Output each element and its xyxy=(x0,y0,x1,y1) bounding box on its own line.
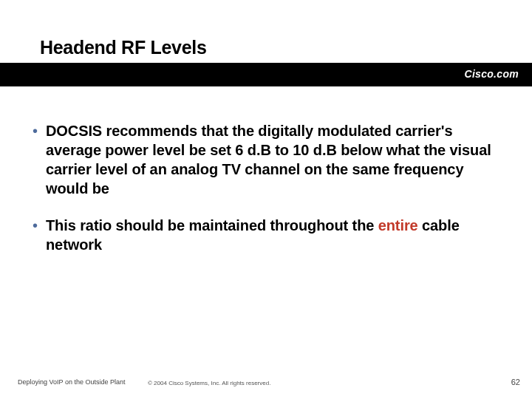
bullet-text: DOCSIS recommends that the digitally mod… xyxy=(46,121,495,198)
page-number: 62 xyxy=(511,378,520,386)
title-area: Headend RF Levels xyxy=(40,37,207,58)
footer-left: Deploying VoIP on the Outside Plant xyxy=(18,378,129,386)
bullet-item: • This ratio should be maintained throug… xyxy=(33,216,495,254)
header-stripe xyxy=(0,63,532,86)
footer: Deploying VoIP on the Outside Plant © 20… xyxy=(0,366,532,388)
slide-title: Headend RF Levels xyxy=(40,37,207,58)
bullet-item: • DOCSIS recommends that the digitally m… xyxy=(33,121,495,198)
bullet-highlight: entire xyxy=(378,217,418,233)
footer-copyright: © 2004 Cisco Systems, Inc. All rights re… xyxy=(148,380,270,386)
bullet-text-a: DOCSIS recommends that the digitally mod… xyxy=(46,123,491,197)
slide: Headend RF Levels Cisco.com • DOCSIS rec… xyxy=(0,0,532,399)
bullet-text: This ratio should be maintained througho… xyxy=(46,216,495,254)
slide-body: • DOCSIS recommends that the digitally m… xyxy=(33,103,495,254)
bullet-text-a: This ratio should be maintained througho… xyxy=(46,217,378,233)
bullet-dot-icon: • xyxy=(33,216,43,254)
bullet-dot-icon: • xyxy=(33,121,43,198)
brand-logo-text: Cisco.com xyxy=(465,68,519,80)
